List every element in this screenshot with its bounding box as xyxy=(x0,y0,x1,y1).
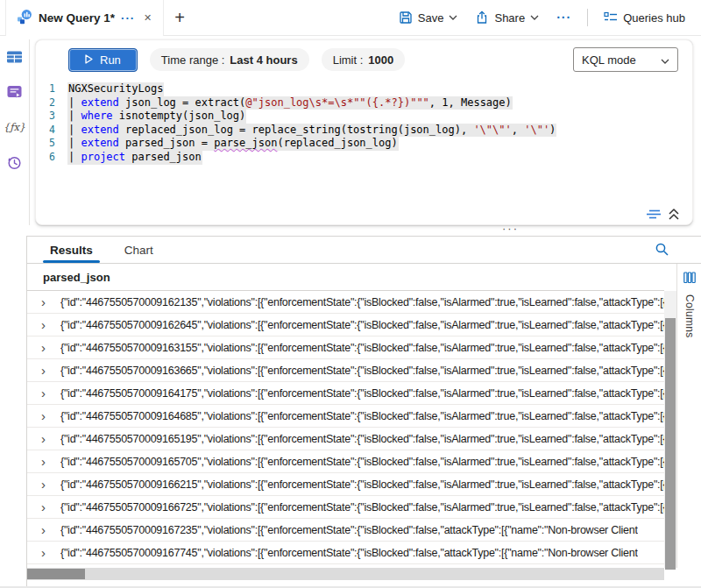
horizontal-scrollbar[interactable] xyxy=(27,568,664,580)
table-row[interactable]: ›{"id":"4467550570009164685","violations… xyxy=(27,405,664,428)
code-line[interactable]: 3| where isnotempty(json_log) xyxy=(36,110,692,124)
table-row[interactable]: ›{"id":"4467550570009163155","violations… xyxy=(27,337,664,359)
save-button[interactable]: Save xyxy=(392,5,465,30)
expand-row-icon[interactable]: › xyxy=(41,433,60,445)
results-panel: Results Chart parsed_json ›{"id":"446755… xyxy=(26,236,701,588)
expand-row-icon[interactable]: › xyxy=(41,456,60,468)
row-json-text: {"id":"4467550570009162645","violations"… xyxy=(60,319,664,331)
row-json-text: {"id":"4467550570009164685","violations"… xyxy=(60,410,664,422)
code-text: | extend json_log = extract(@"json_log\s… xyxy=(67,96,513,110)
query-tab[interactable]: New Query 1* ··· ✕ xyxy=(5,0,164,36)
queries-hub-button[interactable]: Queries hub xyxy=(597,5,692,30)
time-range-label: Time range : xyxy=(161,53,225,67)
tables-icon[interactable] xyxy=(4,46,25,67)
vertical-scrollbar[interactable] xyxy=(664,291,676,568)
table-row[interactable]: ›{"id":"4467550570009167235","violations… xyxy=(27,519,664,542)
line-number: 1 xyxy=(36,82,67,96)
horizontal-scrollbar-thumb[interactable] xyxy=(27,569,85,579)
table-row[interactable]: ›{"id":"4467550570009162645","violations… xyxy=(27,314,664,337)
results-grid: parsed_json ›{"id":"4467550570009162135"… xyxy=(27,264,664,568)
line-number: 6 xyxy=(36,151,67,165)
search-icon[interactable] xyxy=(655,242,669,260)
code-line[interactable]: 6| project parsed_json xyxy=(36,151,692,165)
expand-row-icon[interactable]: › xyxy=(41,296,60,308)
time-range-pill[interactable]: Time range : Last 4 hours xyxy=(150,48,309,71)
query-editor[interactable]: 1NGXSecurityLogs2| extend json_log = ext… xyxy=(36,82,692,203)
new-tab-button[interactable]: + xyxy=(164,0,195,35)
chevron-down-icon xyxy=(661,53,669,67)
line-number: 4 xyxy=(36,124,67,138)
table-row[interactable]: ›{"id":"4467550570009165195","violations… xyxy=(27,428,664,450)
run-button[interactable]: Run xyxy=(68,48,138,72)
collapse-editor-icon[interactable] xyxy=(668,208,680,221)
expand-row-icon[interactable]: › xyxy=(41,387,60,400)
row-json-text: {"id":"4467550570009165195","violations"… xyxy=(60,433,664,445)
play-icon xyxy=(85,53,93,67)
expand-row-icon[interactable]: › xyxy=(41,501,60,514)
query-history-icon[interactable] xyxy=(4,152,25,173)
line-number: 5 xyxy=(36,137,67,151)
query-editor-panel: Run Time range : Last 4 hours Limit : 10… xyxy=(35,39,693,225)
column-header-parsed-json[interactable]: parsed_json xyxy=(27,264,664,291)
row-json-text: {"id":"4467550570009166725","violations"… xyxy=(60,501,664,514)
expand-row-icon[interactable]: › xyxy=(41,410,60,422)
code-line[interactable]: 2| extend json_log = extract(@"json_log\… xyxy=(36,96,692,110)
expand-row-icon[interactable]: › xyxy=(41,478,60,491)
expand-row-icon[interactable]: › xyxy=(41,342,60,354)
limit-pill[interactable]: Limit : 1000 xyxy=(322,48,406,71)
left-icon-rail: {ƒx} xyxy=(0,36,29,588)
row-json-text: {"id":"4467550570009166215","violations"… xyxy=(60,478,664,491)
kql-mode-dropdown[interactable]: KQL mode xyxy=(573,47,678,72)
pane-splitter[interactable]: ··· xyxy=(29,225,701,236)
run-label: Run xyxy=(100,53,121,67)
table-row[interactable]: ›{"id":"4467550570009166215","violations… xyxy=(27,473,664,496)
kql-mode-label: KQL mode xyxy=(582,53,636,67)
row-json-text: {"id":"4467550570009165705","violations"… xyxy=(60,456,664,468)
top-actions: Save Share ··· xyxy=(392,0,701,35)
results-tab-bar: Results Chart xyxy=(27,237,701,264)
table-row[interactable]: ›{"id":"4467550570009164175","violations… xyxy=(27,382,664,405)
code-text: | where isnotempty(json_log) xyxy=(67,110,246,124)
code-line[interactable]: 1NGXSecurityLogs xyxy=(36,82,692,96)
splitter-handle-icon[interactable]: ··· xyxy=(502,222,519,235)
row-json-text: {"id":"4467550570009163665","violations"… xyxy=(60,365,664,377)
table-row[interactable]: ›{"id":"4467550570009166725","violations… xyxy=(27,496,664,519)
tab-close-icon[interactable]: ✕ xyxy=(141,11,154,25)
row-json-text: {"id":"4467550570009167745","violations"… xyxy=(60,547,638,559)
row-json-text: {"id":"4467550570009167235","violations"… xyxy=(60,524,638,536)
format-lines-icon[interactable] xyxy=(646,209,662,221)
tab-results[interactable]: Results xyxy=(48,237,95,263)
line-number: 3 xyxy=(36,110,67,124)
functions-icon[interactable]: {ƒx} xyxy=(4,117,25,138)
more-actions-button[interactable]: ··· xyxy=(549,5,578,30)
row-json-text: {"id":"4467550570009164175","violations"… xyxy=(60,387,664,400)
rail-divider xyxy=(29,39,30,225)
vertical-scrollbar-thumb[interactable] xyxy=(665,318,676,570)
code-text: NGXSecurityLogs xyxy=(67,82,164,96)
code-text: | project parsed_json xyxy=(67,151,202,165)
table-row[interactable]: ›{"id":"4467550570009165705","violations… xyxy=(27,450,664,473)
share-button[interactable]: Share xyxy=(468,5,546,30)
tab-more-icon[interactable]: ··· xyxy=(121,14,135,23)
saved-queries-icon[interactable] xyxy=(4,81,25,103)
tab-title: New Query 1* xyxy=(39,11,115,25)
editor-corner-actions xyxy=(646,208,680,221)
time-range-value: Last 4 hours xyxy=(230,53,297,67)
line-number: 2 xyxy=(36,96,67,110)
code-line[interactable]: 4| extend replaced_json_log = replace_st… xyxy=(36,124,692,138)
tab-chart[interactable]: Chart xyxy=(123,237,155,263)
code-line[interactable]: 5| extend parsed_json = parse_json(repla… xyxy=(36,137,692,151)
expand-row-icon[interactable]: › xyxy=(41,319,60,331)
expand-row-icon[interactable]: › xyxy=(41,547,60,559)
table-row[interactable]: ›{"id":"4467550570009167745","violations… xyxy=(27,542,664,564)
ellipsis-icon: ··· xyxy=(556,11,571,25)
expand-row-icon[interactable]: › xyxy=(41,524,60,536)
table-row[interactable]: ›{"id":"4467550570009162135","violations… xyxy=(27,291,664,314)
table-row[interactable]: ›{"id":"4467550570009163665","violations… xyxy=(27,359,664,382)
top-bar: New Query 1* ··· ✕ + Save xyxy=(0,0,701,36)
share-icon xyxy=(475,11,489,25)
columns-tab-label: Columns xyxy=(683,294,696,337)
expand-row-icon[interactable]: › xyxy=(41,365,60,377)
adx-logo-icon xyxy=(17,9,32,28)
columns-side-tab[interactable]: Columns xyxy=(676,264,701,568)
